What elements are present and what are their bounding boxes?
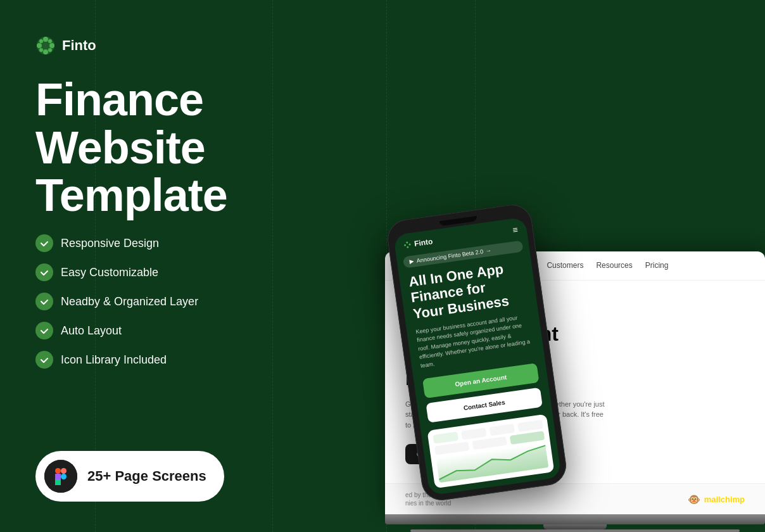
feature-label-3: Neadby & Organized Layer xyxy=(61,295,198,308)
dash-cell-7 xyxy=(510,431,545,445)
svg-rect-14 xyxy=(55,479,61,485)
svg-rect-12 xyxy=(55,474,61,479)
feature-item-3: Neadby & Organized Layer xyxy=(35,293,198,310)
svg-point-6 xyxy=(48,48,52,52)
feature-item-5: Icon Library Included xyxy=(35,351,198,369)
svg-rect-10 xyxy=(55,468,61,474)
phone-dashboard xyxy=(427,414,554,489)
laptop-stand xyxy=(543,524,607,529)
feature-label-2: Easy Customizable xyxy=(61,266,158,279)
phone-logo-area: Finto xyxy=(403,237,433,250)
mockup-area: Finto Features Solutions Customers Resou… xyxy=(303,0,765,532)
arrow-icon: → xyxy=(485,247,491,254)
check-icon-1 xyxy=(40,239,49,248)
svg-point-8 xyxy=(39,48,43,52)
svg-point-3 xyxy=(37,43,42,48)
feature-item-1: Responsive Design xyxy=(35,234,198,252)
svg-point-24 xyxy=(407,246,408,248)
svg-point-1 xyxy=(43,37,48,42)
page-screens-text: 25+ Page Screens xyxy=(87,468,206,484)
phone-logo-text: Finto xyxy=(414,237,433,248)
check-badge-4 xyxy=(35,322,53,339)
page-screens-badge: 25+ Page Screens xyxy=(35,451,224,502)
svg-point-23 xyxy=(406,241,408,243)
phone-screen: Finto ≡ ▶ Announcing Finto Beta 2.0 → Al… xyxy=(393,217,562,496)
laptop-base xyxy=(385,514,765,524)
headline-line2: Template xyxy=(35,170,227,220)
check-badge-2 xyxy=(35,263,53,281)
svg-point-25 xyxy=(404,244,406,246)
check-badge-3 xyxy=(35,293,53,310)
play-icon: ▶ xyxy=(409,258,414,265)
check-badge-1 xyxy=(35,234,53,252)
nav-pricing: Pricing xyxy=(645,261,669,270)
phone-logo-icon xyxy=(403,240,412,249)
dash-cell-2 xyxy=(461,428,487,440)
check-icon-5 xyxy=(40,355,49,364)
check-icon-4 xyxy=(40,326,49,335)
nav-customers: Customers xyxy=(547,261,583,270)
feature-label-4: Auto Layout xyxy=(61,324,122,338)
laptop-foot xyxy=(410,529,740,532)
logo-text: Finto xyxy=(62,37,96,54)
phone-headline: All In One App Finance for Your Business xyxy=(399,256,538,322)
mailchimp-monkey-icon: 🐵 xyxy=(688,493,700,505)
check-icon-2 xyxy=(40,268,49,277)
feature-item-4: Auto Layout xyxy=(35,322,198,339)
svg-rect-11 xyxy=(61,468,66,474)
svg-point-13 xyxy=(61,474,66,479)
nav-resources: Resources xyxy=(596,261,632,270)
mailchimp-text: mailchimp xyxy=(704,495,745,504)
main-headline: Finance Website Template xyxy=(35,76,308,220)
headline-text: Finance Website Template xyxy=(35,76,308,220)
dash-cell-3 xyxy=(490,424,515,436)
headline-line1: Finance Website xyxy=(35,74,205,173)
feature-label-1: Responsive Design xyxy=(61,237,159,250)
dash-cell-1 xyxy=(433,432,459,444)
feature-item-2: Easy Customizable xyxy=(35,263,198,281)
svg-point-5 xyxy=(39,39,43,43)
check-badge-5 xyxy=(35,351,53,369)
finto-logo-icon xyxy=(35,35,56,56)
features-list: Responsive Design Easy Customizable Nead… xyxy=(35,234,198,369)
dash-cell-6 xyxy=(472,436,507,450)
svg-point-7 xyxy=(48,39,52,43)
logo-area: Finto xyxy=(35,35,96,56)
phone-menu-icon: ≡ xyxy=(512,224,518,235)
mailchimp-area: 🐵 mailchimp xyxy=(688,493,745,505)
figma-icon xyxy=(44,460,77,493)
feature-label-5: Icon Library Included xyxy=(61,353,167,367)
svg-point-4 xyxy=(49,43,54,48)
dash-cell-4 xyxy=(517,420,543,432)
dash-cell-5 xyxy=(434,441,469,455)
svg-point-26 xyxy=(408,243,410,245)
svg-point-2 xyxy=(43,49,48,54)
check-icon-3 xyxy=(40,297,49,306)
